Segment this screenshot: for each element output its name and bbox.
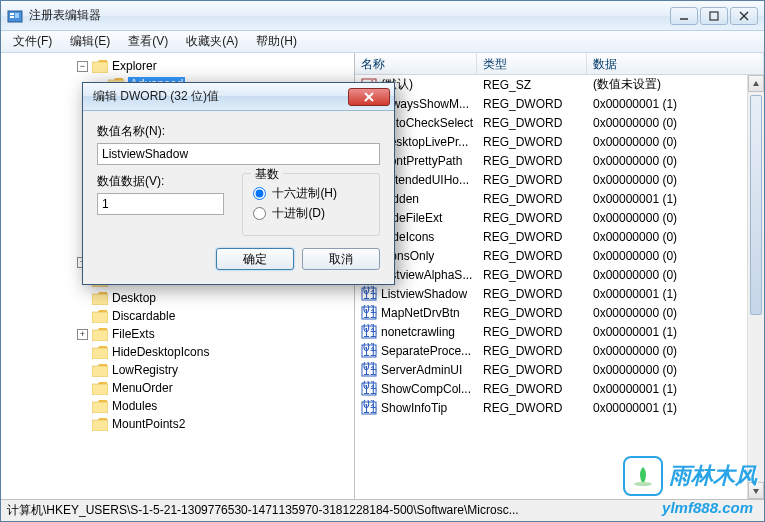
- tree-toggle[interactable]: −: [77, 61, 88, 72]
- radio-hex[interactable]: [253, 187, 266, 200]
- ok-button[interactable]: 确定: [216, 248, 294, 270]
- value-data: 0x00000001 (1): [587, 97, 764, 111]
- minimize-button[interactable]: [670, 7, 698, 25]
- list-row[interactable]: 011110SeparateProce...REG_DWORD0x0000000…: [355, 341, 764, 360]
- dialog-close-button[interactable]: [348, 88, 390, 106]
- value-data: 0x00000000 (0): [587, 268, 764, 282]
- tree-label: MenuOrder: [112, 381, 173, 395]
- value-data: 0x00000000 (0): [587, 135, 764, 149]
- svg-rect-14: [92, 330, 108, 341]
- value-type: REG_DWORD: [477, 268, 587, 282]
- app-icon: [7, 8, 23, 24]
- tree-label: MountPoints2: [112, 417, 185, 431]
- statusbar: 计算机\HKEY_USERS\S-1-5-21-1309776530-14711…: [1, 499, 764, 521]
- value-data: 0x00000000 (0): [587, 363, 764, 377]
- tree-node[interactable]: −Explorer: [3, 57, 352, 75]
- window-title: 注册表编辑器: [29, 7, 670, 24]
- tree-node[interactable]: HideDesktopIcons: [3, 343, 352, 361]
- tree-label: FileExts: [112, 327, 155, 341]
- vertical-scrollbar[interactable]: [747, 75, 764, 499]
- radio-dec[interactable]: [253, 207, 266, 220]
- value-name: MapNetDrvBtn: [381, 306, 460, 320]
- list-row[interactable]: 011110ListviewAlphaS...REG_DWORD0x000000…: [355, 265, 764, 284]
- svg-rect-8: [92, 62, 108, 73]
- tree-label: Explorer: [112, 59, 157, 73]
- list-header: 名称 类型 数据: [355, 53, 764, 75]
- value-data-label: 数值数据(V):: [97, 173, 224, 190]
- tree-node[interactable]: MenuOrder: [3, 379, 352, 397]
- tree-node[interactable]: LowRegistry: [3, 361, 352, 379]
- list-row[interactable]: 011110HiddenREG_DWORD0x00000001 (1): [355, 189, 764, 208]
- menu-edit[interactable]: 编辑(E): [62, 31, 118, 52]
- value-type: REG_DWORD: [477, 192, 587, 206]
- svg-rect-13: [92, 312, 108, 323]
- watermark: 雨林木风: [623, 456, 757, 496]
- list-row[interactable]: ab(默认)REG_SZ(数值未设置): [355, 75, 764, 94]
- svg-rect-18: [92, 402, 108, 413]
- svg-text:110: 110: [363, 345, 377, 359]
- tree-node[interactable]: +FileExts: [3, 325, 352, 343]
- svg-text:110: 110: [363, 402, 377, 416]
- tree-label: LowRegistry: [112, 363, 178, 377]
- list-row[interactable]: 011110AlwaysShowM...REG_DWORD0x00000001 …: [355, 94, 764, 113]
- value-data: 0x00000000 (0): [587, 249, 764, 263]
- value-type: REG_DWORD: [477, 325, 587, 339]
- svg-marker-73: [753, 81, 759, 86]
- cancel-button[interactable]: 取消: [302, 248, 380, 270]
- svg-rect-15: [92, 348, 108, 359]
- value-name-label: 数值名称(N):: [97, 123, 380, 140]
- watermark-text: 雨林木风: [669, 461, 757, 491]
- maximize-button[interactable]: [700, 7, 728, 25]
- col-name[interactable]: 名称: [355, 53, 477, 74]
- dialog-body: 数值名称(N): 数值数据(V): 基数 十六进制(H) 十进制(D): [83, 111, 394, 284]
- list-row[interactable]: 011110DesktopLivePr...REG_DWORD0x0000000…: [355, 132, 764, 151]
- svg-text:110: 110: [363, 288, 377, 302]
- tree-node[interactable]: Modules: [3, 397, 352, 415]
- list-row[interactable]: 011110DontPrettyPathREG_DWORD0x00000000 …: [355, 151, 764, 170]
- value-type: REG_DWORD: [477, 363, 587, 377]
- menu-view[interactable]: 查看(V): [120, 31, 176, 52]
- scroll-up-button[interactable]: [748, 75, 764, 92]
- window-controls: [670, 7, 758, 25]
- tree-toggle[interactable]: +: [77, 329, 88, 340]
- list-row[interactable]: 011110ServerAdminUIREG_DWORD0x00000000 (…: [355, 360, 764, 379]
- list-row[interactable]: 011110ExtendedUIHo...REG_DWORD0x00000000…: [355, 170, 764, 189]
- base-group-title: 基数: [251, 166, 283, 183]
- tree-label: Discardable: [112, 309, 175, 323]
- list-row[interactable]: 011110ShowCompCol...REG_DWORD0x00000001 …: [355, 379, 764, 398]
- list-row[interactable]: 011110IconsOnlyREG_DWORD0x00000000 (0): [355, 246, 764, 265]
- menu-help[interactable]: 帮助(H): [248, 31, 305, 52]
- value-data: 0x00000000 (0): [587, 211, 764, 225]
- list-row[interactable]: 011110AutoCheckSelectREG_DWORD0x00000000…: [355, 113, 764, 132]
- list-row[interactable]: 011110ListviewShadowREG_DWORD0x00000001 …: [355, 284, 764, 303]
- menu-favorites[interactable]: 收藏夹(A): [178, 31, 246, 52]
- watermark-url: ylmf888.com: [662, 499, 753, 516]
- menu-file[interactable]: 文件(F): [5, 31, 60, 52]
- close-button[interactable]: [730, 7, 758, 25]
- value-type: REG_DWORD: [477, 211, 587, 225]
- value-name-input[interactable]: [97, 143, 380, 165]
- col-type[interactable]: 类型: [477, 53, 587, 74]
- tree-node[interactable]: MountPoints2: [3, 415, 352, 433]
- scroll-thumb[interactable]: [750, 95, 762, 315]
- value-type: REG_DWORD: [477, 135, 587, 149]
- value-data: 0x00000000 (0): [587, 306, 764, 320]
- svg-text:110: 110: [363, 364, 377, 378]
- list-row[interactable]: 011110HideIconsREG_DWORD0x00000000 (0): [355, 227, 764, 246]
- svg-rect-19: [92, 420, 108, 431]
- list-row[interactable]: 011110MapNetDrvBtnREG_DWORD0x00000000 (0…: [355, 303, 764, 322]
- tree-node[interactable]: Discardable: [3, 307, 352, 325]
- value-type: REG_DWORD: [477, 382, 587, 396]
- value-data-input[interactable]: [97, 193, 224, 215]
- value-data: 0x00000001 (1): [587, 287, 764, 301]
- value-name: ListviewShadow: [381, 287, 467, 301]
- list-row[interactable]: 011110HideFileExtREG_DWORD0x00000000 (0): [355, 208, 764, 227]
- list-row[interactable]: 011110ShowInfoTipREG_DWORD0x00000001 (1): [355, 398, 764, 417]
- value-type: REG_DWORD: [477, 344, 587, 358]
- col-data[interactable]: 数据: [587, 53, 764, 74]
- values-pane[interactable]: 名称 类型 数据 ab(默认)REG_SZ(数值未设置)011110Always…: [355, 53, 764, 499]
- value-name: SeparateProce...: [381, 344, 471, 358]
- value-name: ServerAdminUI: [381, 363, 462, 377]
- tree-node[interactable]: Desktop: [3, 289, 352, 307]
- list-row[interactable]: 011110nonetcrawlingREG_DWORD0x00000001 (…: [355, 322, 764, 341]
